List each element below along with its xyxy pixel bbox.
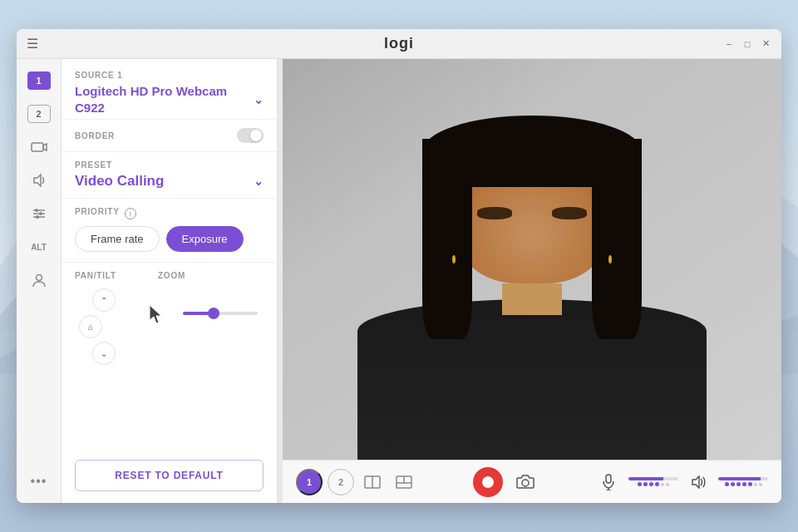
border-section: BORDER <box>62 120 277 152</box>
pan-up-button[interactable]: ⌃ <box>92 288 116 312</box>
svg-marker-27 <box>692 476 699 488</box>
sidebar-item-audio[interactable] <box>22 165 56 195</box>
speaker-button[interactable] <box>685 469 712 495</box>
frame-rate-button[interactable]: Frame rate <box>75 226 160 252</box>
pan-zoom-section: PAN/TILT ZOOM ⌃ ⌂ ⌄ <box>62 263 277 460</box>
window-controls: − □ ✕ <box>723 38 771 50</box>
layout2-icon <box>396 475 412 489</box>
zoom-control <box>183 312 258 315</box>
vdot6 <box>754 483 757 486</box>
pan-tilt-control: ⌃ ⌂ ⌄ <box>75 288 133 365</box>
preset-value-text: Video Calling <box>75 173 164 190</box>
priority-info-icon[interactable]: i <box>125 208 136 219</box>
svg-point-23 <box>522 480 529 486</box>
sidebar-item-user[interactable] <box>22 265 56 295</box>
preset-value-row[interactable]: Video Calling ⌄ <box>75 173 264 190</box>
toolbar-right-controls <box>595 469 768 495</box>
toolbar-center-controls <box>473 467 539 497</box>
toolbar-layout1-button[interactable] <box>359 469 386 495</box>
device-name-row[interactable]: Logitech HD Pro Webcam C922 ⌄ <box>75 83 264 116</box>
maximize-button[interactable]: □ <box>741 38 753 50</box>
audio-slider-group <box>628 477 678 486</box>
svg-point-14 <box>39 212 42 215</box>
volume-slider-group <box>718 477 768 486</box>
person-hair-right <box>592 139 642 339</box>
svg-rect-24 <box>606 475 611 483</box>
sidebar-item-settings[interactable] <box>22 199 56 229</box>
vdot1 <box>725 482 729 486</box>
earring-right <box>608 255 612 264</box>
volume-level-bar <box>718 477 768 480</box>
border-toggle[interactable] <box>237 128 264 143</box>
preset-label: PRESET <box>75 160 264 170</box>
person-eye-left <box>477 207 512 219</box>
toolbar-source-buttons: 1 2 <box>296 469 417 495</box>
border-label: BORDER <box>75 131 115 140</box>
sidebar-item-source1[interactable]: 1 <box>22 66 56 96</box>
minimize-button[interactable]: − <box>723 38 735 50</box>
svg-point-16 <box>36 275 42 281</box>
sidebar-item-alt[interactable]: ALT <box>22 232 56 262</box>
svg-marker-9 <box>34 175 41 186</box>
pan-zoom-header: PAN/TILT ZOOM <box>75 271 264 280</box>
source-label: SOURCE 1 <box>75 71 264 80</box>
person-hair-left <box>422 139 472 339</box>
snapshot-button[interactable] <box>511 468 539 496</box>
toolbar-layout2-button[interactable] <box>391 469 417 495</box>
toolbar-source1-button[interactable]: 1 <box>296 469 323 495</box>
pan-tilt-label: PAN/TILT <box>75 271 116 280</box>
main-content: 1 2 <box>17 59 781 503</box>
audio-level-bar <box>628 477 678 480</box>
exposure-button[interactable]: Exposure <box>166 226 244 252</box>
more-icon: ••• <box>31 474 47 489</box>
svg-point-13 <box>35 209 38 212</box>
vdot7 <box>759 483 762 486</box>
app-window: ☰ logi − □ ✕ 1 2 <box>17 29 781 503</box>
bottom-toolbar: 1 2 <box>283 460 781 503</box>
dot4 <box>655 482 659 486</box>
user-icon <box>32 273 47 288</box>
alt-label: ALT <box>31 243 47 252</box>
pan-center-space <box>106 315 129 338</box>
vdot2 <box>731 482 735 486</box>
equalizer-icon <box>32 206 47 221</box>
zoom-slider[interactable] <box>183 312 258 315</box>
priority-section: PRIORITY i Frame rate Exposure <box>62 199 277 263</box>
reset-to-default-button[interactable]: RESET TO DEFAULT <box>75 460 264 491</box>
mic-button[interactable] <box>595 469 622 495</box>
device-name-text: Logitech HD Pro Webcam C922 <box>75 83 254 116</box>
dot3 <box>649 482 653 486</box>
dot2 <box>643 482 648 486</box>
sidebar-item-source2[interactable]: 2 <box>22 99 56 129</box>
preview-area: 1 2 <box>283 59 781 503</box>
pan-down-button[interactable]: ⌄ <box>92 342 116 365</box>
cursor-icon <box>150 305 166 325</box>
cursor-area <box>150 288 166 338</box>
pan-horizontal-row: ⌂ <box>79 315 129 338</box>
toolbar-source2-button[interactable]: 2 <box>328 469 354 495</box>
pan-left-button[interactable]: ⌂ <box>79 315 102 338</box>
camera-icon <box>31 140 47 154</box>
source-section: SOURCE 1 Logitech HD Pro Webcam C922 ⌄ <box>62 59 277 120</box>
audio-slider-dots <box>638 482 669 486</box>
close-button[interactable]: ✕ <box>760 38 771 50</box>
person-neck <box>502 283 562 316</box>
camera-snapshot-icon <box>516 474 534 490</box>
earring-left <box>452 255 456 264</box>
settings-panel: SOURCE 1 Logitech HD Pro Webcam C922 ⌄ B… <box>62 59 278 503</box>
device-chevron-icon: ⌄ <box>254 93 264 106</box>
source2-badge: 2 <box>27 105 51 123</box>
priority-buttons-group: Frame rate Exposure <box>75 226 264 252</box>
dot6 <box>666 483 669 486</box>
priority-label-row: PRIORITY i <box>75 207 264 219</box>
record-button[interactable] <box>473 467 503 497</box>
sidebar-item-camera[interactable] <box>22 132 56 162</box>
layout1-icon <box>364 475 381 489</box>
zoom-label: ZOOM <box>158 271 185 280</box>
svg-marker-8 <box>43 144 47 150</box>
hamburger-menu-icon[interactable]: ☰ <box>27 36 38 52</box>
audio-icon <box>32 173 47 188</box>
vdot3 <box>736 482 741 486</box>
sidebar-item-more[interactable]: ••• <box>22 466 56 496</box>
volume-slider-dots <box>725 482 762 486</box>
